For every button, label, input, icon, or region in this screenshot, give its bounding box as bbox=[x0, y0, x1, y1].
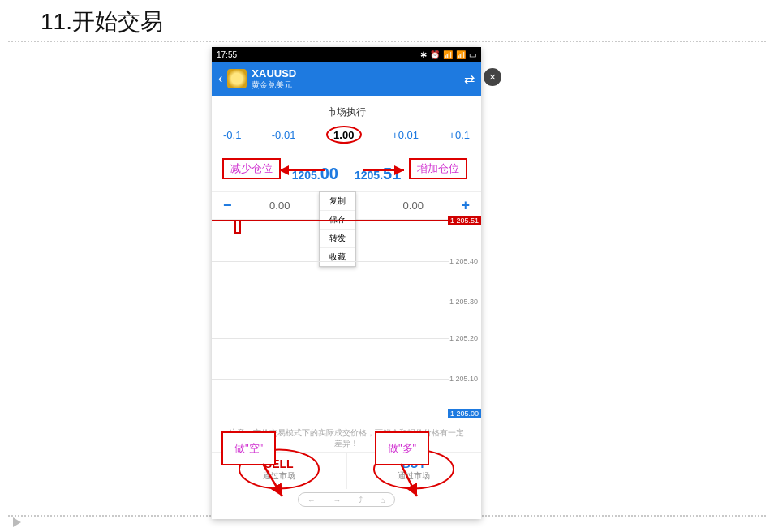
play-marker-icon bbox=[13, 517, 21, 527]
nav-share-icon[interactable]: ⤴ bbox=[359, 496, 363, 504]
chart-level-4: 1 205.10 bbox=[449, 375, 478, 383]
status-time: 17:55 bbox=[217, 50, 237, 59]
status-bar: 17:55 ✱ ⏰ 📶 📶 ▭ bbox=[212, 47, 481, 62]
lot-dec-small[interactable]: -0.01 bbox=[272, 129, 296, 141]
chart-level-2: 1 205.30 bbox=[449, 298, 478, 306]
close-icon[interactable]: × bbox=[484, 68, 501, 86]
ask-frac: 51 bbox=[383, 165, 401, 182]
sl-value[interactable]: 0.00 bbox=[269, 200, 290, 212]
chart-area: 1 205.51 1 205.40 1 205.30 1 205.20 1 20… bbox=[212, 220, 481, 423]
menu-copy[interactable]: 复制 bbox=[320, 192, 355, 211]
symbol-code: XAUUSD bbox=[252, 67, 296, 79]
status-icons: ✱ ⏰ 📶 📶 ▭ bbox=[420, 50, 476, 59]
bluetooth-icon: ✱ bbox=[420, 50, 427, 59]
lot-dec-large[interactable]: -0.1 bbox=[223, 129, 241, 141]
chart-spike bbox=[234, 221, 241, 234]
annotation-go-short: 做"空" bbox=[221, 431, 276, 466]
bid-whole: 1205. bbox=[292, 169, 320, 182]
section-number: 11. bbox=[41, 9, 72, 34]
divider-top bbox=[8, 41, 766, 42]
ask-price: 1205.51 bbox=[355, 165, 401, 183]
annotation-reduce-position: 减少仓位 bbox=[222, 158, 281, 179]
battery-icon: ▭ bbox=[469, 50, 476, 59]
lot-inc-small[interactable]: +0.01 bbox=[392, 129, 419, 141]
nav-pill: ← → ⤴ ⌂ bbox=[298, 492, 395, 507]
execution-type[interactable]: 市场执行 bbox=[212, 105, 481, 119]
alarm-icon: ⏰ bbox=[430, 50, 440, 59]
wifi-icon: 📶 bbox=[443, 50, 453, 59]
buy-sub: 通过市场 bbox=[347, 470, 482, 482]
app-header: ‹ XAUUSD 黄金兑美元 ⇄ bbox=[212, 62, 481, 96]
nav-forward-icon[interactable]: → bbox=[333, 496, 342, 504]
bid-price: 1205.00 bbox=[292, 165, 338, 183]
signal-icon: 📶 bbox=[456, 50, 466, 59]
slide-title: 11.开始交易 bbox=[41, 6, 163, 37]
lot-value[interactable]: 1.00 bbox=[326, 126, 362, 144]
sell-sub: 通过市场 bbox=[212, 470, 346, 482]
nav-back-icon[interactable]: ← bbox=[307, 496, 316, 504]
sl-minus[interactable]: − bbox=[223, 197, 232, 214]
chart-bid-line bbox=[212, 414, 449, 414]
ask-whole: 1205. bbox=[355, 169, 383, 182]
chart-level-1: 1 205.40 bbox=[449, 257, 478, 265]
bid-frac: 00 bbox=[320, 165, 338, 182]
nav-home-icon[interactable]: ⌂ bbox=[381, 496, 385, 504]
lot-row: -0.1 -0.01 1.00 +0.01 +0.1 bbox=[212, 119, 481, 148]
annotation-go-long: 做"多" bbox=[375, 431, 429, 466]
lot-inc-large[interactable]: +0.1 bbox=[449, 129, 470, 141]
chart-level-3: 1 205.20 bbox=[449, 334, 478, 342]
symbol-name: 黄金兑美元 bbox=[252, 79, 296, 91]
price-tag-bid: 1 205.00 bbox=[448, 409, 481, 418]
annotation-increase-position: 增加仓位 bbox=[409, 158, 467, 179]
symbol-icon bbox=[227, 69, 247, 88]
price-tag-ask: 1 205.51 bbox=[448, 216, 481, 225]
swap-icon[interactable]: ⇄ bbox=[464, 71, 475, 87]
symbol-block: XAUUSD 黄金兑美元 bbox=[252, 67, 296, 91]
back-icon[interactable]: ‹ bbox=[218, 71, 222, 86]
section-title-text: 开始交易 bbox=[72, 9, 163, 34]
tp-plus[interactable]: + bbox=[461, 197, 470, 214]
tp-value[interactable]: 0.00 bbox=[403, 200, 424, 212]
